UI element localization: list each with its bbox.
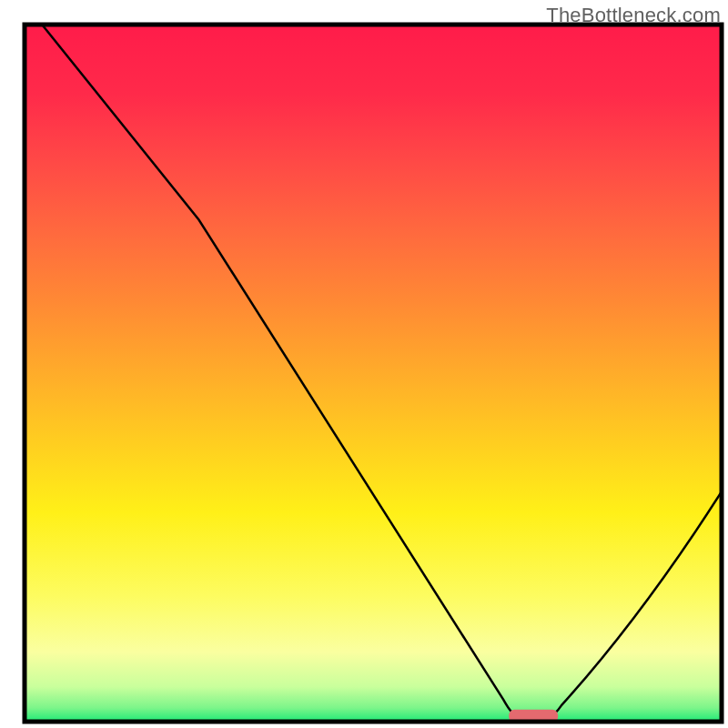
- watermark-text: TheBottleneck.com: [546, 4, 721, 27]
- chart-svg: [0, 0, 728, 728]
- chart-container: { "watermark": "TheBottleneck.com", "cha…: [0, 0, 728, 728]
- gradient-background: [25, 25, 722, 722]
